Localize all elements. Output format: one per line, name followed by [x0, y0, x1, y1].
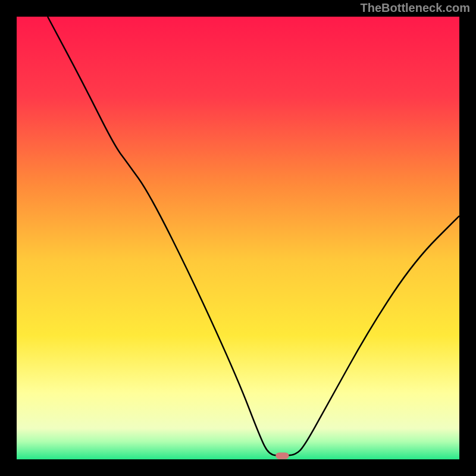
optimal-marker	[275, 452, 289, 459]
frame-right	[459, 0, 476, 476]
frame-left	[0, 0, 17, 476]
bottleneck-chart: TheBottleneck.com	[0, 0, 476, 476]
frame-bottom	[0, 459, 476, 476]
watermark-text: TheBottleneck.com	[361, 1, 470, 15]
chart-svg	[0, 0, 476, 476]
